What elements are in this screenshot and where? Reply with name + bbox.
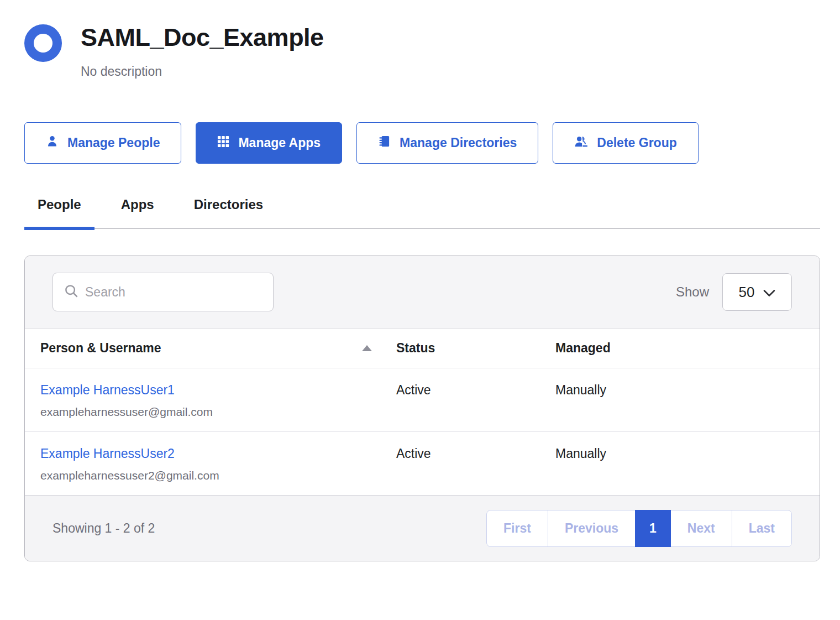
column-header-person[interactable]: Person & Username: [40, 341, 396, 356]
action-button-row: Manage People Manage Apps Manage Directo…: [24, 122, 820, 164]
group-ring-icon: [24, 24, 62, 62]
person-cell: Example HarnessUser2 exampleharnessuser2…: [40, 446, 396, 495]
manage-directories-label: Manage Directories: [400, 136, 517, 150]
pagination-first-button[interactable]: First: [486, 510, 548, 547]
remove-person-icon: [574, 135, 588, 151]
person-icon: [46, 135, 59, 151]
person-username: exampleharnessuser@gmail.com: [40, 405, 396, 419]
person-cell: Example HarnessUser1 exampleharnessuser@…: [40, 383, 396, 431]
directory-book-icon: [378, 135, 391, 151]
search-box[interactable]: [53, 273, 274, 311]
managed-cell: Manually: [555, 446, 820, 495]
manage-apps-button[interactable]: Manage Apps: [196, 122, 342, 164]
table-header-row: Person & Username Status Managed: [25, 329, 820, 368]
pagination-page-1-button[interactable]: 1: [635, 510, 671, 547]
search-input[interactable]: [85, 285, 263, 300]
status-cell: Active: [396, 383, 555, 431]
person-link[interactable]: Example HarnessUser2: [40, 446, 175, 461]
delete-group-button[interactable]: Delete Group: [553, 122, 698, 164]
page-size-control: Show 50: [676, 273, 792, 311]
grid-icon: [217, 136, 229, 151]
header-text: SAML_Doc_Example No description: [81, 22, 324, 79]
tab-people[interactable]: People: [24, 197, 95, 228]
pagination: First Previous 1 Next Last: [486, 510, 792, 547]
table-footer: Showing 1 - 2 of 2 First Previous 1 Next…: [25, 496, 820, 561]
page-size-value: 50: [739, 284, 755, 301]
table-row: Example HarnessUser2 exampleharnessuser2…: [25, 432, 820, 496]
people-table-card: Show 50 Person & Username Status Managed: [24, 256, 820, 561]
table-toolbar: Show 50: [25, 256, 820, 329]
group-detail-page: SAML_Doc_Example No description Manage P…: [0, 0, 840, 561]
delete-group-label: Delete Group: [597, 136, 676, 150]
tab-directories[interactable]: Directories: [181, 197, 276, 228]
page-header: SAML_Doc_Example No description: [24, 22, 820, 79]
page-size-select[interactable]: 50: [722, 273, 792, 311]
column-header-status: Status: [396, 341, 555, 356]
search-icon: [63, 283, 80, 301]
sort-ascending-icon: [362, 345, 372, 351]
results-summary: Showing 1 - 2 of 2: [53, 521, 155, 536]
pagination-next-button[interactable]: Next: [670, 510, 732, 547]
pagination-last-button[interactable]: Last: [732, 510, 792, 547]
show-label: Show: [676, 284, 709, 300]
column-person-label: Person & Username: [40, 341, 161, 356]
group-description: No description: [81, 64, 324, 79]
tab-bar: People Apps Directories: [24, 197, 820, 229]
column-header-managed: Managed: [555, 341, 820, 356]
table-row: Example HarnessUser1 exampleharnessuser@…: [25, 368, 820, 432]
chevron-down-icon: [763, 284, 775, 301]
tab-apps[interactable]: Apps: [108, 197, 167, 228]
manage-directories-button[interactable]: Manage Directories: [356, 122, 538, 164]
manage-apps-label: Manage Apps: [238, 136, 321, 150]
page-title: SAML_Doc_Example: [81, 22, 324, 53]
status-cell: Active: [396, 446, 555, 495]
person-link[interactable]: Example HarnessUser1: [40, 383, 175, 398]
manage-people-button[interactable]: Manage People: [24, 122, 181, 164]
pagination-previous-button[interactable]: Previous: [548, 510, 636, 547]
managed-cell: Manually: [555, 383, 820, 431]
person-username: exampleharnessuser2@gmail.com: [40, 469, 396, 482]
manage-people-label: Manage People: [67, 136, 160, 150]
